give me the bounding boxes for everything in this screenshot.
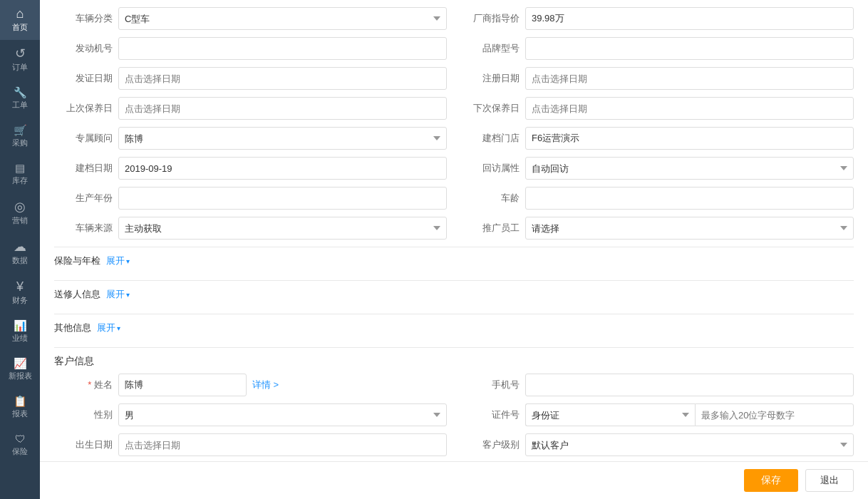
customer-row-3: 出生日期 客户级别 默认客户 — [54, 433, 854, 456]
form-row-1: 车辆分类 C型车 厂商指导价 — [54, 7, 854, 30]
revisit-select[interactable]: 自动回访 — [525, 157, 854, 180]
register-date-input[interactable] — [525, 67, 854, 90]
sidebar-item-order[interactable]: ↺ 订单 — [0, 40, 40, 80]
id-type-label: 证件号 — [461, 408, 525, 421]
finance-icon: ¥ — [16, 280, 24, 293]
vehicle-source-select[interactable]: 主动获取 — [118, 217, 447, 240]
build-store-group: 建档门店 — [461, 127, 854, 150]
phone-group: 手机号 — [461, 374, 854, 396]
engine-no-label: 发动机号 — [54, 42, 118, 55]
build-store-input[interactable] — [525, 127, 854, 150]
consultant-group: 专属顾问 陈博 — [54, 127, 447, 150]
next-service-input[interactable] — [525, 97, 854, 120]
build-date-input[interactable] — [118, 157, 447, 180]
delivery-expand-btn[interactable]: 展开 ▾ — [106, 288, 130, 301]
sidebar-item-insurance[interactable]: 🛡 保险 — [0, 426, 40, 464]
promoter-group: 推广员工 请选择 — [461, 217, 854, 240]
sidebar-label-data: 数据 — [12, 255, 28, 266]
promoter-select[interactable]: 请选择 — [525, 217, 854, 240]
delivery-expand-label: 展开 — [106, 288, 125, 301]
report-icon: 📋 — [14, 396, 27, 406]
vehicle-type-label: 车辆分类 — [54, 12, 118, 25]
form-row-6: 建档日期 回访属性 自动回访 — [54, 157, 854, 180]
last-service-input[interactable] — [118, 97, 447, 120]
sidebar-label-work: 工单 — [12, 100, 28, 110]
brand-model-input[interactable] — [525, 37, 854, 60]
sidebar-item-newreport[interactable]: 📈 新报表 — [0, 351, 40, 389]
sidebar-item-report[interactable]: 📋 报表 — [0, 389, 40, 426]
dob-input[interactable] — [118, 433, 447, 456]
name-input[interactable] — [118, 374, 247, 396]
customer-info-section: 姓名 详情 > 手机号 性别 男 证件号 — [54, 374, 854, 461]
manufacturer-price-label: 厂商指导价 — [461, 12, 525, 25]
performance-icon: 📊 — [14, 320, 27, 331]
form-row-3: 发证日期 注册日期 — [54, 67, 854, 90]
footer-bar: 保存 退出 — [40, 461, 868, 499]
sidebar-item-home[interactable]: ⌂ 首页 — [0, 0, 40, 40]
consultant-select[interactable]: 陈博 — [118, 127, 447, 150]
insurance-section-header[interactable]: 保险与年检 展开 ▾ — [54, 247, 854, 274]
form-row-5: 专属顾问 陈博 建档门店 — [54, 127, 854, 150]
customer-row-2: 性别 男 证件号 身份证 — [54, 403, 854, 426]
other-expand-label: 展开 — [97, 321, 115, 334]
next-service-label: 下次保养日 — [461, 102, 525, 115]
content-area: 车辆分类 C型车 厂商指导价 发动机号 品牌型号 — [40, 0, 868, 461]
newreport-icon: 📈 — [14, 358, 27, 369]
gender-label: 性别 — [54, 408, 118, 421]
expand-label: 展开 — [106, 254, 125, 267]
gender-select[interactable]: 男 — [118, 403, 447, 426]
other-expand-btn[interactable]: 展开 ▾ — [97, 321, 120, 334]
save-button[interactable]: 保存 — [744, 469, 798, 492]
sidebar-item-finance[interactable]: ¥ 财务 — [0, 273, 40, 313]
delivery-section-header[interactable]: 送修人信息 展开 ▾ — [54, 280, 854, 308]
brand-model-label: 品牌型号 — [461, 42, 525, 55]
build-date-label: 建档日期 — [54, 162, 118, 175]
sidebar-item-data[interactable]: ☁ 数据 — [0, 233, 40, 273]
insurance-expand-btn[interactable]: 展开 ▾ — [106, 254, 130, 267]
work-icon: 🔧 — [14, 87, 27, 98]
sidebar-item-inventory[interactable]: ▤ 库存 — [0, 155, 40, 193]
sidebar-label-purchase: 采购 — [12, 138, 28, 148]
sidebar-label-newreport: 新报表 — [9, 371, 32, 381]
other-section-title: 其他信息 — [54, 321, 91, 334]
vehicle-type-group: 车辆分类 C型车 — [54, 7, 447, 30]
sidebar: ⌂ 首页 ↺ 订单 🔧 工单 🛒 采购 ▤ 库存 ◎ 营销 ☁ 数据 ¥ 财务 … — [0, 0, 40, 499]
customer-level-select[interactable]: 默认客户 — [525, 433, 854, 456]
engine-no-input[interactable] — [118, 37, 447, 60]
id-input-group: 身份证 — [525, 403, 854, 426]
exit-button[interactable]: 退出 — [805, 469, 854, 492]
sidebar-label-order: 订单 — [12, 62, 28, 73]
sidebar-item-marketing[interactable]: ◎ 营销 — [0, 193, 40, 233]
phone-input[interactable] — [525, 374, 854, 396]
build-store-label: 建档门店 — [461, 132, 525, 145]
register-date-group: 注册日期 — [461, 67, 854, 90]
customer-level-label: 客户级别 — [461, 438, 525, 451]
manufacturer-price-input[interactable] — [525, 7, 854, 30]
form-row-2: 发动机号 品牌型号 — [54, 37, 854, 60]
sidebar-label-finance: 财务 — [12, 295, 28, 306]
customer-row-1: 姓名 详情 > 手机号 — [54, 374, 854, 396]
vehicle-info-section: 车辆分类 C型车 厂商指导价 发动机号 品牌型号 — [54, 7, 854, 240]
other-chevron-icon: ▾ — [117, 324, 120, 332]
data-icon: ☁ — [14, 240, 26, 253]
sidebar-item-performance[interactable]: 📊 业绩 — [0, 313, 40, 351]
marketing-icon: ◎ — [14, 200, 26, 213]
delivery-chevron-icon: ▾ — [126, 291, 130, 299]
id-type-select[interactable]: 身份证 — [525, 403, 695, 426]
id-number-input[interactable] — [695, 403, 854, 426]
car-age-input[interactable] — [525, 187, 854, 210]
form-row-7: 生产年份 车龄 — [54, 187, 854, 210]
sidebar-label-home: 首页 — [12, 22, 28, 33]
sidebar-item-purchase[interactable]: 🛒 采购 — [0, 118, 40, 155]
cert-date-input[interactable] — [118, 67, 447, 90]
manufacturer-price-group: 厂商指导价 — [461, 7, 854, 30]
form-row-8: 车辆来源 主动获取 推广员工 请选择 — [54, 217, 854, 240]
detail-link[interactable]: 详情 > — [252, 379, 279, 391]
vehicle-type-select[interactable]: C型车 — [118, 7, 447, 30]
id-type-group: 证件号 身份证 — [461, 403, 854, 426]
production-year-input[interactable] — [118, 187, 447, 210]
cert-date-group: 发证日期 — [54, 67, 447, 90]
other-section-header[interactable]: 其他信息 展开 ▾ — [54, 314, 854, 341]
sidebar-item-work[interactable]: 🔧 工单 — [0, 80, 40, 118]
register-date-label: 注册日期 — [461, 72, 525, 85]
